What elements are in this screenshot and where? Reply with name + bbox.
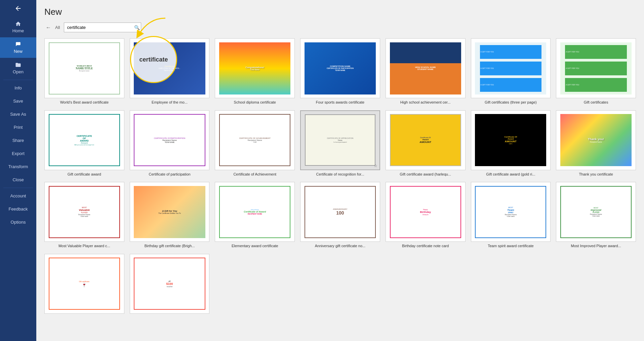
search-input-wrap: 🔍	[64, 23, 141, 32]
template-highschool[interactable]: HIGH SCHOOL NAME STUDENT NAME High schoo…	[386, 38, 466, 105]
template-thumb-birthday: Happy Birthday Amount	[386, 182, 466, 242]
sidebar-item-share[interactable]: Share	[0, 134, 36, 147]
template-thumb-team: MOST Team SPIRIT Recipient Name TEAM NAM…	[471, 182, 551, 242]
template-label-improved: Most Improved Player award...	[571, 243, 621, 248]
template-mvp[interactable]: MOST Valuable PLAYER Recipient Name TEAM…	[44, 182, 124, 249]
sidebar-nav: Home New Open Info Save Save As Print Sh…	[0, 17, 36, 186]
sidebar-item-open[interactable]: Open	[0, 58, 36, 78]
template-sports[interactable]: COMPETITION NAME CERTIFICATE OF PARTICIP…	[300, 38, 380, 105]
sidebar-item-account[interactable]: Account	[0, 189, 36, 202]
search-button[interactable]: 🔍	[134, 25, 140, 30]
template-gift3[interactable]: A GIFT FOR YOU A GIFT FOR YOU A GIFT FOR…	[471, 38, 551, 105]
template-label-team: Team spirit award certificate	[488, 243, 533, 248]
template-anniversary[interactable]: ANNIVERSARY 100 Anniversary gift certifi…	[300, 182, 380, 249]
sidebar-label-options: Options	[11, 220, 26, 225]
template-thumb-thankyou: Thank you! Recipient Name	[556, 110, 636, 170]
template-school[interactable]: Congratulations! Child Name School diplo…	[215, 38, 295, 105]
sidebar-item-info[interactable]: Info	[0, 81, 36, 94]
template-thumb-birthday-gift: A Gift for You The Certificate Entitles …	[130, 182, 210, 242]
template-thumb-goldri: Certificate Of Award AMOUNT DATE	[471, 110, 551, 170]
template-thankyou[interactable]: Thank you! Recipient Name Thank you cert…	[556, 110, 636, 177]
sidebar-divider-1	[3, 80, 33, 80]
template-label-sports: Four sports awards certificate	[316, 100, 364, 105]
template-thumb-award-teal: CERTIFICATE OF AWARD Amount Add your per…	[44, 110, 124, 170]
template-thumb-recognition: CERTIFICATE OF APPRECIATION Name for hav…	[300, 110, 380, 170]
template-label-giftcerts: Gift certificates	[584, 100, 608, 105]
template-goldri[interactable]: Certificate Of Award AMOUNT DATE Gift ce…	[471, 110, 551, 177]
back-button[interactable]	[0, 0, 36, 17]
templates-grid: WORLD'S BEST NAME/TITLE Recipient name W…	[44, 38, 636, 322]
template-thumb-giftcerts: A GIFT FOR YOU A GIFT FOR YOU A GIFT FOR…	[556, 38, 636, 98]
sidebar-item-save[interactable]: Save	[0, 94, 36, 108]
template-label-goldri: Gift certificate award (gold ri...	[486, 172, 535, 177]
page-title: New	[44, 7, 636, 17]
template-achievement[interactable]: CERTIFICATE OF ACHIEVEMENT Recipient Nam…	[215, 110, 295, 177]
template-thumb-mvp: MOST Valuable PLAYER Recipient Name TEAM…	[44, 182, 124, 242]
sidebar-item-feedback[interactable]: Feedback	[0, 202, 36, 216]
template-label-recognition: Certificate of recognition for...	[316, 172, 364, 177]
template-employee[interactable]: Certificate EMPLOYEE OF THE MON... Name …	[130, 38, 210, 105]
template-label-thankyou: Thank you certificate	[579, 172, 613, 177]
template-participation[interactable]: CERTIFICATE Of PARTICIPATION Recipient N…	[130, 110, 210, 177]
sidebar-label-home: Home	[12, 28, 24, 33]
star-icon: ☆	[374, 163, 377, 168]
template-thumb-highschool: HIGH SCHOOL NAME STUDENT NAME	[386, 38, 466, 98]
template-giftcerts[interactable]: A GIFT FOR YOU A GIFT FOR YOU A GIFT FOR…	[556, 38, 636, 105]
template-thumb-achievement: CERTIFICATE OF ACHIEVEMENT Recipient Nam…	[215, 110, 295, 170]
template-thumb-participation: CERTIFICATE Of PARTICIPATION Recipient N…	[130, 110, 210, 170]
template-label-birthday-gift: Birthday gift certificate (Brigh...	[145, 243, 195, 248]
sidebar-item-new[interactable]: New	[0, 37, 36, 58]
template-recognition[interactable]: CERTIFICATE OF APPRECIATION Name for hav…	[300, 110, 380, 177]
template-thumb-anniversary: ANNIVERSARY 100	[300, 182, 380, 242]
templates-scroll[interactable]: WORLD'S BEST NAME/TITLE Recipient name W…	[44, 38, 636, 341]
sidebar-label-print: Print	[14, 125, 23, 130]
sidebar-item-saveas[interactable]: Save As	[0, 108, 36, 121]
template-birthday-gift[interactable]: A Gift for You The Certificate Entitles …	[130, 182, 210, 249]
template-label-anniversary: Anniversary gift certificate no...	[315, 243, 365, 248]
sidebar-item-export[interactable]: Export	[0, 147, 36, 160]
template-birthday[interactable]: Happy Birthday Amount Birthday certifica…	[386, 182, 466, 249]
template-thumb-school: Congratulations! Child Name	[215, 38, 295, 98]
sidebar: Home New Open Info Save Save As Print Sh…	[0, 0, 36, 341]
sidebar-label-open: Open	[13, 69, 24, 74]
sidebar-divider-2	[3, 188, 33, 188]
sidebar-label-account: Account	[10, 193, 26, 198]
template-label-school: School diploma certificate	[234, 100, 276, 105]
template-label-employee: Employee of the mo...	[152, 100, 188, 105]
template-thumb-improved: MOST Improved PLAYER Recipient Name TEAM…	[556, 182, 636, 242]
template-thumb-worlds-best: WORLD'S BEST NAME/TITLE Recipient name	[44, 38, 124, 98]
search-bar: ← All 🔍 certificate	[44, 23, 636, 32]
template-gift-voucher[interactable]: gift $100 voucher	[130, 254, 210, 315]
template-team[interactable]: MOST Team SPIRIT Recipient Name TEAM NAM…	[471, 182, 551, 249]
template-gift-cert[interactable]: Gift certificate: 🍷	[44, 254, 124, 315]
template-thumb-sports: COMPETITION NAME CERTIFICATE OF PARTICIP…	[300, 38, 380, 98]
search-back-arrow[interactable]: ←	[44, 23, 52, 32]
sidebar-item-options[interactable]: Options	[0, 216, 36, 229]
template-harlequin[interactable]: Certificate Of Award AMOUNT Gift certifi…	[386, 110, 466, 177]
sidebar-label-new: New	[14, 49, 23, 54]
sidebar-item-close[interactable]: Close	[0, 173, 36, 186]
sidebar-item-transform[interactable]: Transform	[0, 160, 36, 173]
template-award-teal[interactable]: CERTIFICATE OF AWARD Amount Add your per…	[44, 110, 124, 177]
template-thumb-gift-cert: Gift certificate: 🍷	[44, 254, 124, 314]
template-worlds-best[interactable]: WORLD'S BEST NAME/TITLE Recipient name W…	[44, 38, 124, 105]
template-label-elementary: Elementary award certificate	[232, 243, 278, 248]
template-label-gift3: Gift certificates (three per page)	[485, 100, 537, 105]
template-label-highschool: High school achievement cer...	[400, 100, 451, 105]
template-label-award-teal: Gift certificate award	[68, 172, 101, 177]
template-label-harlequin: Gift certificate award (harlequ...	[400, 172, 451, 177]
template-thumb-harlequin: Certificate Of Award AMOUNT	[386, 110, 466, 170]
sidebar-item-print[interactable]: Print	[0, 121, 36, 134]
sidebar-item-home[interactable]: Home	[0, 17, 36, 37]
sidebar-label-export: Export	[12, 151, 25, 156]
template-elementary[interactable]: School Name Certificate of Award RECIPIE…	[215, 182, 295, 249]
sidebar-label-save: Save	[13, 99, 23, 104]
template-thumb-elementary: School Name Certificate of Award RECIPIE…	[215, 182, 295, 242]
template-label-worlds-best: World's Best award certificate	[60, 100, 109, 105]
sidebar-label-close: Close	[12, 177, 24, 182]
template-thumb-gift-voucher: gift $100 voucher	[130, 254, 210, 314]
sidebar-bottom: Account Feedback Options	[0, 186, 36, 341]
template-improved[interactable]: MOST Improved PLAYER Recipient Name TEAM…	[556, 182, 636, 249]
search-input[interactable]	[64, 23, 141, 32]
template-label-birthday: Birthday certificate note card	[402, 243, 449, 248]
